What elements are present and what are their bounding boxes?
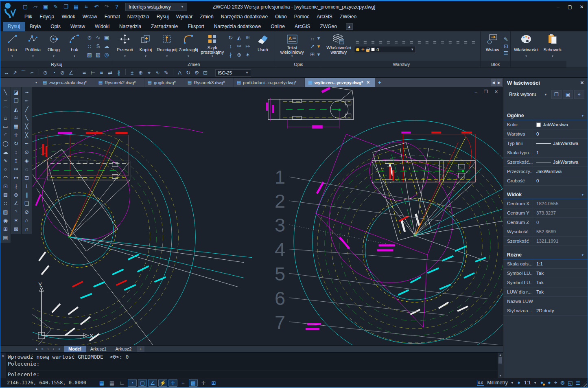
snap-none-icon[interactable]: ⊘ bbox=[22, 208, 32, 216]
explode-icon[interactable]: ✶ bbox=[11, 216, 21, 225]
edit-block-icon[interactable]: ⊠ bbox=[11, 225, 21, 233]
layer-current-icon[interactable]: ≣ bbox=[455, 39, 461, 46]
document-tab[interactable]: ▤ podkladani...o-gazety.dwg* bbox=[234, 78, 305, 87]
menu-item[interactable]: Okno bbox=[271, 13, 291, 20]
property-row[interactable]: Centrum Z 0 bbox=[503, 218, 588, 227]
precision-icon[interactable]: 0.0 bbox=[477, 380, 485, 386]
mdi-close-button[interactable]: ✕ bbox=[494, 89, 498, 94]
section-header[interactable]: Różne ▾ bbox=[503, 251, 588, 259]
ribbon-tab[interactable]: Narzędzia bbox=[114, 22, 146, 31]
snap-reference-icon[interactable]: ✛ bbox=[168, 379, 177, 387]
dimension-tool-icon[interactable]: ↔ ▾ bbox=[308, 34, 320, 42]
add-layout-button[interactable]: + bbox=[137, 346, 144, 352]
ribbon-tab[interactable]: Rysuj bbox=[3, 22, 25, 31]
arc-continue-icon[interactable]: ◜ bbox=[1, 131, 11, 139]
construction-line-icon[interactable]: ┄ bbox=[1, 96, 11, 105]
donut-icon[interactable]: ◎ bbox=[103, 50, 111, 59]
scroll-tabs-right-button[interactable]: ▶ bbox=[496, 79, 502, 86]
ribbon-tab[interactable]: Opis bbox=[46, 22, 66, 31]
dimension-style-icon[interactable]: ⚙ bbox=[192, 69, 201, 77]
layer-off-icon[interactable]: ≣ bbox=[354, 39, 361, 46]
new-file-icon[interactable]: ▢ bbox=[21, 3, 30, 11]
array-icon[interactable]: ▦ bbox=[11, 122, 21, 131]
arc-button[interactable]: Łuk ▾ bbox=[65, 32, 84, 60]
gear-icon[interactable]: ⚙ bbox=[560, 380, 565, 386]
layer-freeze-vp-icon[interactable]: ≣ bbox=[447, 39, 453, 46]
polar-tracking-icon[interactable]: ◔ bbox=[128, 379, 137, 387]
property-row[interactable]: Kolor JakWarstwa bbox=[503, 120, 588, 129]
minimize-button[interactable]: – bbox=[552, 3, 564, 11]
snap-extension-icon[interactable]: ┄ bbox=[22, 139, 32, 148]
donut-icon[interactable]: ◉ bbox=[1, 216, 11, 225]
layer-properties-button[interactable]: Właściwości warstwy bbox=[324, 32, 353, 60]
menu-item[interactable]: Pomoc bbox=[291, 13, 313, 20]
circle-button[interactable]: Okrąg ▾ bbox=[44, 32, 63, 60]
snap-center-icon[interactable]: ⊙ bbox=[22, 148, 32, 156]
make-block-icon[interactable]: ⊠ bbox=[1, 191, 11, 199]
annotation-scale-icon[interactable]: ✦ bbox=[517, 380, 521, 386]
document-tab[interactable]: ▤ wyliczen...yczepy.dwg* ✕ bbox=[305, 78, 375, 87]
snap-perpendicular-icon[interactable]: ⊥ bbox=[22, 182, 32, 191]
ribbon-collapse-button[interactable]: ▲ bbox=[346, 23, 353, 30]
dimension-tool-icon[interactable]: | bbox=[75, 69, 78, 75]
property-row[interactable]: Przeźroczy... JakWarstwa bbox=[503, 167, 588, 176]
selection-type-selector[interactable]: Brak wyboru ▼ bbox=[507, 90, 550, 99]
object-snap-tracking-icon[interactable]: ⚡ bbox=[158, 379, 167, 387]
lineweight-display-icon[interactable]: ≡ bbox=[179, 379, 188, 387]
dimension-edit-icon[interactable]: ✎ bbox=[162, 69, 170, 77]
trim-icon[interactable]: ✂ bbox=[235, 42, 243, 50]
dimension-style-selector[interactable]: ISO-25 ▼ bbox=[215, 69, 251, 77]
status-menu-icon[interactable]: ☰ bbox=[575, 380, 580, 386]
section-header[interactable]: Ogólne ▾ bbox=[503, 112, 588, 120]
ellipse-icon[interactable]: ○ bbox=[1, 165, 11, 173]
snap-node-icon[interactable]: ◌ bbox=[22, 165, 32, 173]
open-file-icon[interactable]: ▱ bbox=[31, 3, 40, 11]
dynamic-input-icon[interactable]: ⊞ bbox=[209, 379, 218, 387]
explode-icon[interactable]: ✶ bbox=[244, 50, 252, 59]
diameter-dimension-icon[interactable]: ⊘ bbox=[58, 69, 67, 77]
dimension-tool-icon[interactable]: | bbox=[170, 69, 173, 75]
layout-tab[interactable]: Arkusz1 bbox=[86, 346, 111, 352]
resize-grip[interactable] bbox=[581, 381, 587, 387]
menu-item[interactable]: Narzędzia bbox=[124, 13, 153, 20]
chevron-down-icon[interactable]: ▼ bbox=[533, 381, 537, 385]
layout-tab[interactable]: Model bbox=[64, 346, 86, 352]
property-row[interactable]: Wysokość 552.6669 bbox=[503, 227, 588, 237]
insert-block-icon[interactable]: ⊡ bbox=[1, 182, 11, 191]
center-mark-icon[interactable]: ⊕ bbox=[136, 69, 145, 77]
block-editor-icon[interactable]: ⊡ bbox=[503, 43, 508, 49]
layer-thaw-icon[interactable]: ≣ bbox=[377, 39, 384, 46]
copy-button[interactable]: Kopiuj ▾ bbox=[136, 32, 155, 60]
snap-insertion-icon[interactable]: ⊡ bbox=[22, 173, 32, 182]
close-icon[interactable]: ✕ bbox=[580, 80, 584, 85]
properties-palette-button[interactable]: Właściwości ▾ bbox=[513, 32, 540, 60]
snap-midpoint-icon[interactable]: ╾ bbox=[22, 96, 32, 105]
selection-icon[interactable]: ⌗ bbox=[82, 3, 91, 11]
redo-icon[interactable]: ↷ bbox=[102, 3, 111, 11]
property-row[interactable]: Symbol LU... Tak bbox=[503, 278, 588, 287]
select-objects-icon[interactable]: ▣ bbox=[563, 90, 573, 99]
help-icon[interactable]: ? bbox=[112, 3, 121, 11]
extend-icon[interactable]: ↦ bbox=[244, 42, 252, 50]
snap-apparent-intersection-icon[interactable]: ╳ bbox=[22, 131, 32, 139]
drawing-canvas[interactable]: Y X 1234567 – ❐ ✕ bbox=[33, 87, 503, 345]
properties-panel-header[interactable]: W łaściwości ✕ bbox=[503, 78, 588, 88]
osnap-on-icon[interactable]: ∩ bbox=[22, 216, 32, 225]
snap-tangent-icon[interactable]: ╲ bbox=[22, 114, 32, 122]
scale-icon[interactable]: ↕ bbox=[11, 148, 21, 156]
stretch-button[interactable]: Rozciągnij ▾ bbox=[157, 32, 177, 60]
ribbon-tab[interactable]: Widoki bbox=[90, 22, 114, 31]
point-style-icon[interactable]: ⊙ bbox=[85, 33, 94, 42]
menu-item[interactable]: Narzędzia dodatkowe bbox=[217, 13, 271, 20]
angular-dimension-icon[interactable]: ∠ bbox=[67, 69, 75, 77]
annotation-scale-value[interactable]: 1:1 bbox=[524, 380, 531, 386]
layer-selector[interactable]: ☀ 0 ▼ bbox=[354, 46, 416, 53]
dimension-text-edit-icon[interactable]: A bbox=[175, 69, 184, 77]
erase-icon[interactable]: ◪ bbox=[11, 88, 21, 96]
maximize-button[interactable]: ▢ bbox=[564, 3, 576, 11]
mdi-restore-button[interactable]: ❐ bbox=[484, 89, 488, 94]
document-tab[interactable]: ▤ Rysunek2.dwg* bbox=[95, 78, 144, 87]
move-button[interactable]: Przesuń ▾ bbox=[115, 32, 135, 60]
grid-display-icon[interactable]: ▦ bbox=[107, 379, 116, 387]
circle-icon[interactable]: ◯ bbox=[1, 139, 11, 148]
